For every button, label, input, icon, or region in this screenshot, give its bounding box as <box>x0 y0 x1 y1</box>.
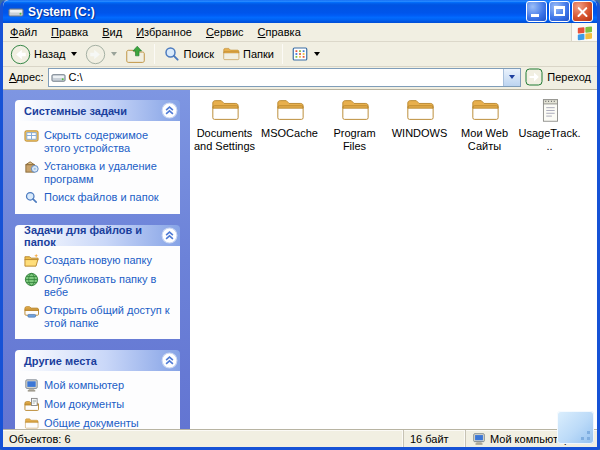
shared-documents-icon <box>24 416 39 429</box>
file-item-documents-and-settings[interactable]: Documents and Settings <box>193 95 256 153</box>
window-title: System (C:) <box>28 5 522 19</box>
up-button[interactable] <box>122 43 149 66</box>
link-my-computer[interactable]: Мой компьютер <box>24 379 175 393</box>
address-bar: Адрес: C:\ Переход <box>3 67 597 90</box>
task-new-folder[interactable]: Создать новую папку <box>24 254 175 268</box>
drive-icon <box>8 4 24 20</box>
folders-label: Папки <box>243 48 274 60</box>
section-system-tasks: Системные задачи Скрыть содержимое этого… <box>15 100 180 214</box>
back-dropdown-icon[interactable] <box>71 52 77 56</box>
folders-button[interactable]: Папки <box>219 44 277 64</box>
section-title: Системные задачи <box>24 105 161 117</box>
back-icon <box>10 44 31 65</box>
back-label: Назад <box>34 48 66 60</box>
chevron-up-icon[interactable] <box>161 227 178 244</box>
chevron-down-icon <box>509 75 515 79</box>
search-label: Поиск <box>184 48 214 60</box>
file-item-msocache[interactable]: MSOCache <box>258 95 321 153</box>
section-header-system-tasks[interactable]: Системные задачи <box>15 100 180 121</box>
search-icon <box>24 190 39 205</box>
maximize-icon <box>554 6 565 16</box>
chevron-up-icon[interactable] <box>161 102 178 119</box>
my-computer-icon <box>472 432 486 446</box>
task-hide-device-contents[interactable]: Скрыть содержимое этого устройства <box>24 129 175 155</box>
menu-view[interactable]: Вид <box>95 24 129 40</box>
drive-icon <box>51 70 66 85</box>
address-input[interactable]: C:\ <box>48 68 522 87</box>
go-arrow-icon <box>525 68 543 86</box>
address-dropdown-button[interactable] <box>503 69 520 86</box>
address-value: C:\ <box>66 71 504 83</box>
add-remove-programs-icon <box>24 159 39 174</box>
task-pane: Системные задачи Скрыть содержимое этого… <box>3 90 190 429</box>
task-add-remove-programs[interactable]: Установка и удаление программ <box>24 160 175 186</box>
link-shared-documents[interactable]: Общие документы <box>24 417 175 429</box>
link-my-documents[interactable]: Мои документы <box>24 398 175 412</box>
hide-device-icon <box>24 128 39 143</box>
section-header-file-folder-tasks[interactable]: Задачи для файлов и папок <box>15 225 180 246</box>
task-search-files[interactable]: Поиск файлов и папок <box>24 191 175 205</box>
titlebar[interactable]: System (C:) <box>3 0 597 23</box>
views-dropdown-icon[interactable] <box>314 52 320 56</box>
section-header-other-places[interactable]: Другие места <box>15 350 180 371</box>
close-button[interactable] <box>572 1 593 22</box>
text-file-icon <box>533 95 567 125</box>
menu-tools[interactable]: Сервис <box>199 24 251 40</box>
menu-help[interactable]: Справка <box>251 24 308 40</box>
back-button[interactable]: Назад <box>7 43 80 66</box>
search-button[interactable]: Поиск <box>160 44 217 64</box>
minimize-button[interactable] <box>526 1 547 22</box>
folder-icon <box>338 95 372 125</box>
main-area: Системные задачи Скрыть содержимое этого… <box>3 90 597 429</box>
my-computer-icon <box>24 378 39 393</box>
toolbar-separator <box>154 44 155 64</box>
file-list: Documents and Settings MSOCache Program … <box>190 90 597 429</box>
forward-button[interactable] <box>82 43 120 66</box>
file-item-usagetrack[interactable]: UsageTrack... <box>518 95 581 153</box>
section-title: Задачи для файлов и папок <box>24 224 161 248</box>
chevron-up-icon[interactable] <box>161 352 178 369</box>
menu-file[interactable]: Файл <box>3 24 44 40</box>
views-button[interactable] <box>288 44 323 64</box>
address-label: Адрес: <box>9 71 44 83</box>
section-title: Другие места <box>24 355 161 367</box>
folder-icon <box>208 95 242 125</box>
section-file-folder-tasks: Задачи для файлов и папок Создать новую … <box>15 225 180 339</box>
folder-icon <box>403 95 437 125</box>
task-share-folder[interactable]: Открыть общий доступ к этой папке <box>24 304 175 330</box>
go-label: Переход <box>547 71 591 83</box>
section-other-places: Другие места Мой компьютер Мои документы <box>15 350 180 429</box>
views-icon <box>291 45 309 63</box>
status-size: 16 байт <box>403 430 465 447</box>
forward-dropdown-icon <box>111 52 117 56</box>
windows-logo <box>571 23 597 41</box>
menu-edit[interactable]: Правка <box>44 24 95 40</box>
status-objects: Объектов: 6 <box>3 430 403 447</box>
maximize-button[interactable] <box>549 1 570 22</box>
explorer-window: System (C:) Файл Правка Вид Избранное Се… <box>0 0 600 450</box>
share-folder-icon <box>24 303 39 318</box>
folder-icon <box>468 95 502 125</box>
folder-icon <box>273 95 307 125</box>
toolbar-separator <box>282 44 283 64</box>
go-button[interactable]: Переход <box>525 68 593 86</box>
globe-icon <box>24 272 39 287</box>
toolbar: Назад Поиск Папки <box>3 42 597 67</box>
task-publish-to-web[interactable]: Опубликовать папку в вебе <box>24 273 175 299</box>
file-item-my-web-sites[interactable]: Мои Web Сайты <box>453 95 516 153</box>
folders-icon <box>222 45 240 63</box>
resize-grip[interactable] <box>557 411 594 444</box>
folder-up-icon <box>125 44 146 65</box>
my-documents-icon <box>24 397 39 412</box>
status-bar: Объектов: 6 16 байт Мой компьютер <box>3 429 597 447</box>
new-folder-icon <box>24 253 39 268</box>
file-item-program-files[interactable]: Program Files <box>323 95 386 153</box>
search-icon <box>163 45 181 63</box>
file-item-windows[interactable]: WINDOWS <box>388 95 451 153</box>
menubar: Файл Правка Вид Избранное Сервис Справка <box>3 23 597 42</box>
forward-icon <box>85 44 106 65</box>
menu-favorites[interactable]: Избранное <box>129 24 199 40</box>
windows-flag-icon <box>576 24 594 41</box>
minimize-icon <box>531 14 539 17</box>
